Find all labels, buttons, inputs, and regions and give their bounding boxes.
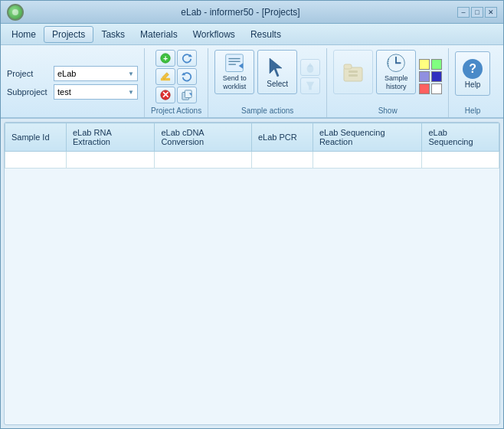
delete-button[interactable]: ✕ — [155, 87, 175, 103]
empty-row — [5, 152, 499, 169]
header-row: Sample Id eLab RNA Extraction eLab cDNA … — [5, 123, 499, 152]
project-label: Project — [7, 69, 49, 78]
svg-rect-11 — [226, 54, 244, 72]
sample-history-icon — [385, 53, 407, 73]
send-to-worklist-label: Send to worklist — [218, 74, 251, 91]
toolbar: Project eLab ▼ Subproject test ▼ — [1, 45, 503, 119]
table-wrapper: Sample Id eLab RNA Extraction eLab cDNA … — [5, 123, 499, 424]
help-icon: ? — [463, 59, 483, 79]
drop-icon — [304, 62, 316, 73]
help-label: Help — [465, 80, 481, 89]
subproject-input[interactable]: test ▼ — [54, 84, 138, 100]
edit-button[interactable] — [155, 68, 175, 85]
table-body — [5, 152, 499, 169]
project-row: Project eLab ▼ — [7, 66, 138, 81]
sample-actions-label: Sample actions — [214, 105, 320, 117]
send-to-worklist-button[interactable]: Send to worklist — [214, 50, 254, 94]
col-rna-extraction: eLab RNA Extraction — [67, 123, 155, 152]
project-actions-label: Project Actions — [151, 105, 201, 117]
content-area: Sample Id eLab RNA Extraction eLab cDNA … — [4, 122, 500, 425]
swatch-grid — [419, 59, 442, 94]
col-sample-id: Sample Id — [5, 123, 67, 152]
menu-workflows[interactable]: Workflows — [185, 27, 243, 42]
svg-rect-3 — [161, 78, 170, 81]
sample-history-button[interactable]: Sample history — [376, 50, 416, 94]
help-button[interactable]: ? Help — [455, 51, 490, 96]
data-table: Sample Id eLab RNA Extraction eLab cDNA … — [5, 123, 499, 169]
menubar: Home Projects Tasks Materials Workflows … — [1, 24, 503, 45]
edit-icon — [159, 71, 172, 82]
swatch-yellow[interactable] — [419, 59, 430, 70]
rotate-cw-button[interactable] — [177, 50, 197, 67]
menu-materials[interactable]: Materials — [133, 27, 185, 42]
copy-icon — [181, 90, 193, 100]
rotate-cw-icon — [181, 53, 193, 64]
table-header: Sample Id eLab RNA Extraction eLab cDNA … — [5, 123, 499, 152]
minimize-button[interactable]: – — [457, 7, 470, 18]
titlebar: eLab - informer50 - [Projects] – □ ✕ — [1, 1, 503, 24]
color-swatches — [419, 59, 442, 94]
project-dropdown-arrow: ▼ — [128, 70, 134, 77]
swatch-green[interactable] — [431, 59, 442, 70]
sample-action-btn2 — [300, 77, 320, 94]
menu-projects[interactable]: Projects — [44, 26, 93, 43]
send-to-worklist-icon — [224, 53, 245, 73]
project-action-grid: + — [155, 50, 197, 103]
add-icon: + — [159, 53, 172, 64]
col-seq-reaction: eLab Sequencing Reaction — [313, 123, 422, 152]
folder-button — [333, 50, 373, 94]
svg-marker-19 — [306, 82, 315, 90]
sample-action-extras — [300, 59, 320, 94]
window-controls: – □ ✕ — [457, 7, 497, 18]
window-title: eLab - informer50 - [Projects] — [24, 7, 457, 18]
sample-action-btn1 — [300, 59, 320, 76]
close-button[interactable]: ✕ — [485, 7, 497, 18]
project-input[interactable]: eLab ▼ — [54, 66, 138, 81]
svg-rect-23 — [349, 74, 358, 77]
svg-marker-16 — [270, 58, 282, 77]
show-label: Show — [333, 105, 442, 117]
swatch-blue-light[interactable] — [419, 71, 430, 82]
menu-results[interactable]: Results — [243, 27, 289, 42]
sample-history-label: Sample history — [379, 74, 413, 91]
select-button[interactable]: Select — [257, 50, 297, 94]
rotate-ccw-button[interactable] — [177, 68, 197, 85]
maximize-button[interactable]: □ — [471, 7, 483, 18]
swatch-white[interactable] — [431, 84, 442, 94]
col-cdna-conversion: eLab cDNA Conversion — [155, 123, 251, 152]
folder-icon — [342, 61, 364, 83]
app-logo — [7, 4, 24, 21]
menu-tasks[interactable]: Tasks — [93, 27, 133, 42]
sample-actions-buttons: Send to worklist Select — [214, 48, 320, 105]
filter-icon — [304, 80, 316, 91]
subproject-row: Subproject test ▼ — [7, 84, 138, 100]
delete-icon: ✕ — [159, 90, 172, 100]
swatch-red[interactable] — [419, 84, 430, 94]
svg-marker-18 — [308, 63, 313, 67]
svg-text:+: + — [163, 54, 168, 63]
add-button[interactable]: + — [155, 50, 175, 67]
main-window: eLab - informer50 - [Projects] – □ ✕ Hom… — [0, 0, 504, 429]
subproject-dropdown-arrow: ▼ — [128, 89, 134, 96]
sample-actions-section: Send to worklist Select — [208, 48, 327, 117]
subproject-label: Subproject — [7, 87, 49, 97]
menu-home[interactable]: Home — [4, 27, 44, 42]
col-sequencing: eLab Sequencing — [422, 123, 499, 152]
select-icon — [267, 57, 288, 78]
copy-button[interactable] — [177, 87, 197, 103]
select-label: Select — [267, 80, 288, 88]
help-section-label: Help — [455, 105, 490, 117]
col-pcr: eLab PCR — [251, 123, 313, 152]
svg-rect-22 — [349, 70, 358, 73]
project-fields-section: Project eLab ▼ Subproject test ▼ — [1, 48, 145, 117]
project-actions-section: + — [145, 48, 208, 117]
help-section: ? Help Help — [449, 48, 496, 117]
swatch-blue-dark[interactable] — [431, 71, 442, 82]
svg-text:✕: ✕ — [162, 90, 169, 100]
show-buttons: Sample history — [333, 48, 442, 105]
svg-rect-21 — [344, 64, 352, 69]
project-actions-buttons: + — [155, 48, 197, 105]
show-section: Sample history Show — [327, 48, 449, 117]
rotate-ccw-icon — [181, 71, 193, 82]
